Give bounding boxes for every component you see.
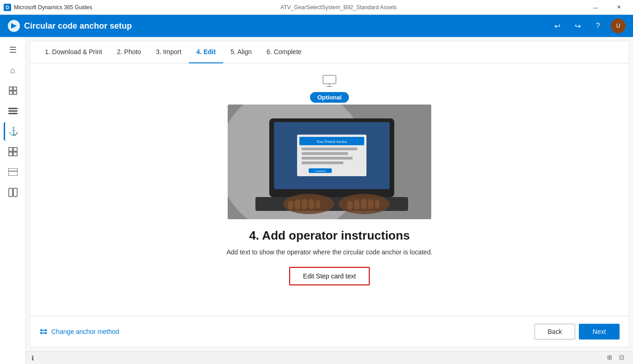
svg-rect-46 — [375, 200, 379, 209]
svg-rect-17 — [13, 188, 17, 197]
optional-badge: Optional — [310, 92, 349, 103]
svg-rect-28 — [302, 148, 357, 150]
sidebar-item-menu[interactable]: ☰ — [4, 41, 22, 59]
redo-button[interactable]: ↪ — [570, 19, 585, 33]
svg-rect-40 — [309, 199, 314, 209]
back-button[interactable]: Back — [534, 324, 575, 339]
change-anchor-icon — [39, 328, 48, 335]
sidebar: ☰ ⌂ ⚓ — [0, 37, 26, 364]
svg-rect-10 — [9, 148, 12, 151]
header-icons: ↩ ↪ ? U — [550, 19, 626, 33]
svg-rect-42 — [347, 201, 353, 210]
svg-text:Your Printed Anchor: Your Printed Anchor — [316, 140, 348, 144]
tab-download[interactable]: 1. Download & Print — [37, 41, 110, 63]
wizard-content: Optional — [30, 63, 629, 316]
svg-text:Confirm: Confirm — [315, 169, 326, 173]
monitor-icon — [322, 74, 337, 90]
svg-rect-44 — [361, 199, 366, 209]
sidebar-item-anchor[interactable]: ⚓ — [4, 122, 22, 141]
content-area: 1. Download & Print 2. Photo 3. Import 4… — [26, 37, 633, 364]
next-button[interactable]: Next — [579, 324, 620, 339]
svg-rect-39 — [302, 199, 307, 209]
main-layout: ☰ ⌂ ⚓ — [0, 37, 633, 364]
info-icon[interactable]: ℹ — [31, 354, 34, 362]
svg-rect-45 — [368, 199, 373, 209]
svg-rect-31 — [302, 161, 343, 164]
app-header: Circular code anchor setup ↩ ↪ ? U — [0, 15, 633, 37]
wizard-description: Add text to show the operator where the … — [226, 248, 432, 256]
tab-complete[interactable]: 6. Complete — [259, 41, 309, 63]
sidebar-item-steps[interactable] — [4, 102, 22, 120]
svg-rect-30 — [302, 157, 353, 160]
svg-rect-11 — [13, 148, 17, 151]
svg-rect-43 — [354, 199, 360, 210]
edit-step-card-button[interactable]: Edit Step card text — [289, 267, 370, 285]
sidebar-item-grid[interactable] — [4, 142, 22, 161]
change-anchor-button[interactable]: Change anchor method — [39, 328, 119, 335]
sidebar-item-content[interactable] — [4, 81, 22, 100]
svg-rect-29 — [302, 152, 348, 155]
header-title-text: Circular code anchor setup — [24, 21, 132, 31]
tab-import[interactable]: 3. Import — [149, 41, 189, 63]
dynamics-logo — [7, 19, 20, 32]
svg-rect-41 — [316, 200, 320, 209]
close-button[interactable]: ✕ — [608, 0, 629, 15]
svg-rect-13 — [13, 152, 17, 156]
sidebar-item-home[interactable]: ⌂ — [4, 61, 22, 80]
tab-align[interactable]: 5. Align — [223, 41, 259, 63]
app-header-title: Circular code anchor setup — [7, 19, 132, 32]
svg-rect-3 — [9, 87, 12, 90]
title-bar: D Microsoft Dynamics 365 Guides ATV_Gear… — [0, 0, 633, 15]
change-anchor-label: Change anchor method — [51, 328, 119, 335]
tab-edit[interactable]: 4. Edit — [189, 41, 223, 63]
svg-rect-38 — [295, 199, 300, 210]
svg-rect-18 — [323, 75, 336, 84]
undo-button[interactable]: ↩ — [550, 19, 565, 33]
svg-rect-12 — [9, 152, 12, 156]
wizard-panel: 1. Download & Print 2. Photo 3. Import 4… — [30, 41, 629, 347]
svg-rect-16 — [9, 188, 12, 197]
svg-rect-8 — [8, 111, 18, 112]
svg-rect-9 — [8, 113, 18, 114]
svg-text:D: D — [6, 5, 9, 10]
tab-photo[interactable]: 2. Photo — [110, 41, 149, 63]
title-bar-left: D Microsoft Dynamics 365 Guides — [4, 4, 92, 11]
image-container: Optional — [228, 74, 431, 219]
laptop-image: Your Printed Anchor Confirm — [228, 105, 431, 219]
sidebar-item-panel[interactable] — [4, 163, 22, 181]
svg-rect-5 — [9, 91, 12, 94]
wizard-heading: 4. Add operator instructions — [249, 228, 410, 243]
file-name: ATV_GearSelectSystem_B92_Standard Assets — [280, 4, 397, 11]
grid-view-icon[interactable]: ⊞ — [607, 354, 615, 362]
svg-rect-14 — [8, 168, 18, 176]
panel-view-icon[interactable]: ⊡ — [619, 354, 627, 362]
help-button[interactable]: ? — [590, 19, 605, 33]
sidebar-item-modules[interactable] — [4, 183, 22, 202]
wizard-footer: Change anchor method Back Next — [30, 316, 629, 347]
user-avatar[interactable]: U — [611, 19, 626, 33]
svg-rect-4 — [13, 87, 17, 90]
svg-rect-37 — [288, 201, 293, 210]
footer-nav: Back Next — [534, 324, 620, 339]
svg-rect-6 — [13, 91, 17, 94]
app-name: Microsoft Dynamics 365 Guides — [14, 4, 92, 11]
minimize-button[interactable]: — — [585, 0, 606, 15]
app-logo: D — [4, 4, 11, 11]
status-right: ⊞ ⊡ — [607, 354, 627, 362]
svg-rect-7 — [8, 108, 18, 109]
window-controls: — ✕ — [585, 0, 629, 15]
tabs-bar: 1. Download & Print 2. Photo 3. Import 4… — [30, 41, 629, 63]
status-bar: ℹ ⊞ ⊡ — [26, 351, 633, 364]
